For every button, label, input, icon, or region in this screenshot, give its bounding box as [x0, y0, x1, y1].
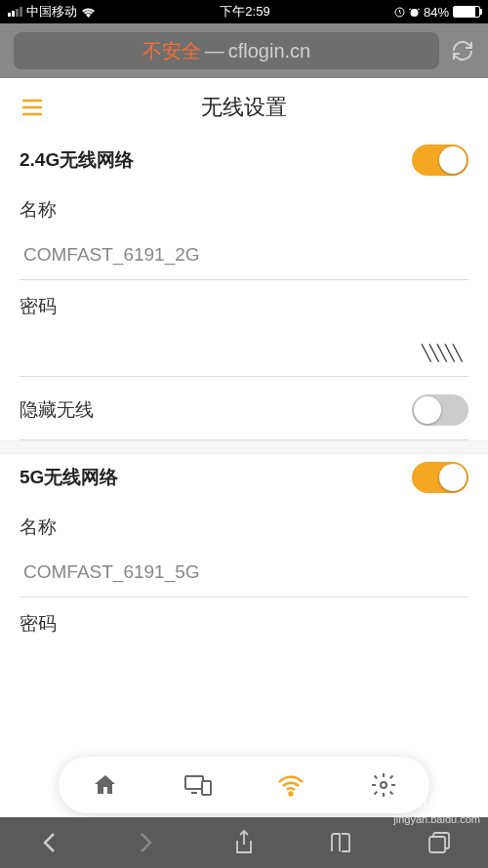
status-bar: 中国移动 下午2:59 84% — [0, 0, 488, 23]
wifi-5g-title: 5G无线网络 — [20, 465, 118, 490]
section-divider — [0, 440, 488, 454]
status-left: 中国移动 — [8, 3, 96, 21]
tabs-icon[interactable] — [425, 828, 454, 857]
wifi-24g-hide-row: 隐藏无线 — [20, 377, 468, 440]
watermark-logo: Bai度经验 — [393, 790, 480, 813]
bookmarks-icon[interactable] — [327, 828, 356, 857]
svg-point-1 — [410, 9, 418, 17]
bottom-nav — [59, 757, 429, 813]
url-field[interactable]: 不安全 — cflogin.cn — [14, 32, 439, 69]
wifi-24g-name-input[interactable] — [20, 230, 468, 280]
status-right: 84% — [394, 5, 480, 20]
watermark-url: jingyan.baidu.com — [393, 813, 480, 825]
nav-home-icon[interactable] — [88, 767, 123, 803]
wifi-5g-name-input[interactable] — [20, 548, 468, 598]
wifi-24g-toggle[interactable] — [412, 145, 468, 176]
signal-icon — [8, 7, 22, 17]
back-icon[interactable] — [34, 828, 63, 857]
url-warning: 不安全 — [142, 38, 201, 64]
svg-point-8 — [289, 793, 292, 796]
url-sep: — — [205, 40, 224, 62]
svg-rect-7 — [202, 781, 211, 795]
lock-icon — [394, 7, 405, 18]
eye-closed-icon[interactable]: ╲╲╲╲╲ — [422, 343, 461, 361]
wifi-icon — [81, 7, 96, 18]
nav-wifi-icon[interactable] — [273, 767, 308, 803]
page-header: 无线设置 — [0, 78, 488, 137]
wifi-24g-header: 2.4G无线网络 — [20, 137, 468, 184]
wifi-24g-password-label: 密码 — [20, 280, 468, 327]
wifi-24g-password-input[interactable] — [20, 327, 468, 377]
share-icon[interactable] — [229, 828, 259, 857]
wifi-24g-section: 2.4G无线网络 名称 密码 ╲╲╲╲╲ 隐藏无线 — [0, 137, 488, 454]
carrier-label: 中国移动 — [26, 3, 77, 21]
wifi-5g-header: 5G无线网络 — [20, 454, 468, 501]
forward-icon[interactable] — [132, 828, 161, 857]
alarm-icon — [409, 7, 420, 18]
watermark: Bai度经验 jingyan.baidu.com — [393, 790, 480, 825]
svg-rect-5 — [185, 776, 203, 789]
page-title: 无线设置 — [201, 93, 287, 122]
wifi-5g-toggle[interactable] — [412, 462, 468, 493]
battery-pct: 84% — [424, 5, 449, 20]
svg-point-9 — [381, 782, 386, 788]
wifi-24g-hide-toggle[interactable] — [412, 394, 468, 426]
menu-icon[interactable] — [20, 95, 45, 120]
status-time: 下午2:59 — [220, 3, 269, 21]
wifi-5g-password-label: 密码 — [20, 598, 468, 644]
nav-devices-icon[interactable] — [181, 767, 216, 803]
wifi-5g-section: 5G无线网络 名称 密码 — [0, 454, 488, 644]
browser-url-bar: 不安全 — cflogin.cn — [0, 23, 488, 78]
wifi-24g-title: 2.4G无线网络 — [20, 147, 134, 173]
refresh-icon[interactable] — [451, 39, 474, 62]
svg-rect-10 — [429, 837, 445, 852]
url-host: cflogin.cn — [228, 40, 311, 62]
wifi-24g-hide-label: 隐藏无线 — [20, 397, 94, 423]
battery-icon — [453, 6, 480, 18]
wifi-24g-name-label: 名称 — [20, 184, 468, 230]
wifi-5g-name-label: 名称 — [20, 501, 468, 548]
